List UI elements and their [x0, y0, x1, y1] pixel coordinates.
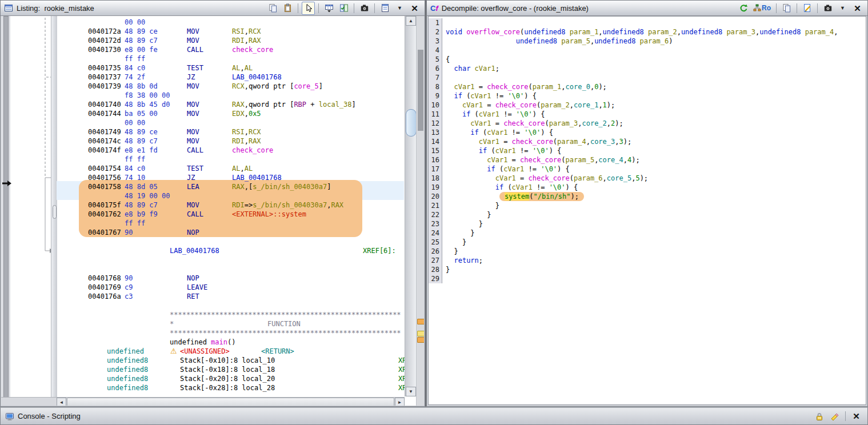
- listing-row[interactable]: 00401762e8 b9 f9CALL<EXTERNAL>::system: [1, 210, 424, 219]
- listing-row[interactable]: 0040174c48 89 c7MOVRDI,RAX: [1, 137, 424, 146]
- listing-row[interactable]: undefined main(): [1, 338, 424, 347]
- bookmark-marker[interactable]: [417, 319, 424, 324]
- listing-row[interactable]: ****************************************…: [1, 328, 424, 338]
- cursor-tool-button[interactable]: [302, 2, 315, 15]
- bookmark-marker[interactable]: [417, 331, 424, 336]
- panel-menu-dropdown[interactable]: ▼: [836, 2, 849, 15]
- bookmark-marker[interactable]: [417, 337, 424, 343]
- listing-row[interactable]: 0040172d48 89 c7MOVRDI,RAX: [1, 36, 424, 45]
- scroll-down-button[interactable]: ▼: [406, 387, 416, 396]
- source-line[interactable]: 9 if (cVar1 != '\0') {: [429, 91, 866, 101]
- console-window-titlebar[interactable]: Console - Scripting ✕: [0, 407, 868, 425]
- listing-row[interactable]: *FUNCTION: [1, 319, 424, 328]
- source-line[interactable]: 11 if (cVar1 != '\0') {: [429, 110, 866, 119]
- listing-row[interactable]: 0040175674 10JZLAB_00401768: [1, 173, 424, 182]
- listing-horizontal-scrollbar[interactable]: ◄ ►: [57, 397, 405, 406]
- listing-row[interactable]: 00 00: [1, 118, 424, 127]
- listing-row[interactable]: ff ff: [1, 155, 424, 164]
- source-line[interactable]: 18 cVar1 = check_core(param_6,core_5,5);: [429, 174, 866, 183]
- listing-row[interactable]: 0040175484 c0TESTAL,AL: [1, 164, 424, 173]
- source-line[interactable]: 23 }: [429, 219, 866, 228]
- listing-row[interactable]: LAB_00401768XREF[6]:: [1, 246, 424, 255]
- source-line[interactable]: 7: [429, 73, 866, 82]
- source-line[interactable]: 8 cVar1 = check_core(param_1,core_0,0);: [429, 82, 866, 91]
- panel-menu-dropdown[interactable]: ▼: [393, 2, 406, 15]
- listing-row[interactable]: ff ff: [1, 219, 424, 228]
- copy-button[interactable]: [780, 2, 793, 15]
- source-line[interactable]: 5{: [429, 55, 866, 64]
- snapshot-button[interactable]: [358, 2, 371, 15]
- listing-row[interactable]: 0040176790NOP: [1, 228, 424, 237]
- decompile-titlebar[interactable]: Cf Decompile: overflow_core - (rookie_mi…: [427, 1, 867, 16]
- source-line[interactable]: 25 }: [429, 238, 866, 247]
- source-line[interactable]: 12 cVar1 = check_core(param_3,core_2,2);: [429, 119, 866, 128]
- viewport-marker[interactable]: [418, 50, 423, 131]
- listing-row[interactable]: 48 19 00 00: [1, 191, 424, 201]
- listing-row[interactable]: 00401769c9LEAVE: [1, 283, 424, 292]
- source-line[interactable]: 19 if (cVar1 != '\0') {: [429, 183, 866, 192]
- listing-row[interactable]: 0040173584 c0TESTAL,AL: [1, 63, 424, 73]
- scroll-up-button[interactable]: ▲: [406, 16, 416, 26]
- source-line[interactable]: 26 }: [429, 247, 866, 256]
- listing-titlebar[interactable]: Listing: rookie_mistake ▼ ✕: [1, 1, 425, 16]
- diff-view-button[interactable]: [337, 2, 350, 15]
- source-line[interactable]: 10 cVar1 = check_core(param_2,core_1,1);: [429, 101, 866, 110]
- listing-row[interactable]: 0040174fe8 e1 fdCALLcheck_core: [1, 146, 424, 155]
- listing-row[interactable]: ****************************************…: [1, 310, 424, 319]
- listing-row[interactable]: 0040174048 8b 45 d0MOVRAX,qword ptr [RBP…: [1, 100, 424, 109]
- listing-row[interactable]: undefined8Stack[-0x20]:8 local_20XR: [1, 374, 424, 383]
- source-line[interactable]: 15 if (cVar1 != '\0') {: [429, 146, 866, 155]
- listing-row[interactable]: undefined8Stack[-0x18]:8 local_18XR: [1, 365, 424, 374]
- source-line[interactable]: 16 cVar1 = check_core(param_5,core_4,4);: [429, 155, 866, 165]
- source-line[interactable]: 17 if (cVar1 != '\0') {: [429, 165, 866, 174]
- listing-row[interactable]: 00 00: [1, 18, 424, 27]
- clear-console-button[interactable]: [828, 410, 841, 423]
- scroll-left-button[interactable]: ◄: [57, 398, 66, 406]
- source-line[interactable]: 2void overflow_core(undefined8 param_1,u…: [429, 27, 866, 37]
- copy-button[interactable]: [266, 2, 279, 15]
- listing-row[interactable]: f8 38 00 00: [1, 91, 424, 100]
- source-line[interactable]: 24 }: [429, 228, 866, 238]
- source-line[interactable]: 14 cVar1 = check_core(param_4,core_3,3);: [429, 137, 866, 146]
- listing-row[interactable]: undefined⚠<UNASSIGNED><RETURN>: [1, 347, 424, 356]
- snapshot-button[interactable]: [821, 2, 834, 15]
- source-line[interactable]: 21 }: [429, 201, 866, 210]
- listing-row[interactable]: 0040175f48 89 c7MOVRDI=>s_/bin/sh_004030…: [1, 201, 424, 210]
- listing-row[interactable]: 0040176ac3RET: [1, 292, 424, 301]
- listing-row[interactable]: 00401730e8 00 feCALLcheck_core: [1, 45, 424, 54]
- listing-row[interactable]: 0040173948 8b 0dMOVRCX,qword ptr [core_5…: [1, 82, 424, 91]
- source-line[interactable]: 27 return;: [429, 256, 866, 265]
- listing-vertical-scrollbar[interactable]: ▲ ▼: [405, 16, 416, 396]
- listing-row[interactable]: ff ff: [1, 54, 424, 63]
- source-line[interactable]: 28}: [429, 265, 866, 274]
- listing-row[interactable]: 0040174948 89 ceMOVRSI,RCX: [1, 127, 424, 137]
- graph-ro-button[interactable]: Ro: [751, 2, 773, 15]
- edit-button[interactable]: [801, 2, 814, 15]
- source-line[interactable]: 4: [429, 46, 866, 55]
- listing-row[interactable]: 0040173774 2fJZLAB_00401768: [1, 73, 424, 82]
- field-formatter-button[interactable]: [322, 2, 335, 15]
- close-listing-button[interactable]: ✕: [408, 2, 421, 15]
- listing-row[interactable]: 0040175848 8d 05LEARAX,[s_/bin/sh_004030…: [1, 182, 424, 191]
- listing-row[interactable]: 00401744ba 05 00MOVEDX,0x5: [1, 109, 424, 118]
- source-line[interactable]: 6 char cVar1;: [429, 64, 866, 73]
- close-decompile-button[interactable]: ✕: [851, 2, 864, 15]
- listing-row[interactable]: undefined8Stack[-0x10]:8 local_10XR: [1, 356, 424, 365]
- close-console-button[interactable]: ✕: [850, 410, 863, 423]
- source-line[interactable]: 1: [429, 18, 866, 27]
- lock-button[interactable]: [813, 410, 826, 423]
- source-line[interactable]: 20 system("/bin/sh");: [429, 192, 866, 201]
- paste-button[interactable]: [281, 2, 294, 15]
- listing-row[interactable]: 0040176890NOP: [1, 274, 424, 283]
- scroll-right-button[interactable]: ►: [395, 398, 405, 406]
- scrollbar-thumb[interactable]: [67, 398, 394, 406]
- source-line[interactable]: 29: [429, 274, 866, 283]
- toggle-panel-button[interactable]: [378, 2, 391, 15]
- source-line[interactable]: 22 }: [429, 210, 866, 219]
- listing-row[interactable]: undefined8Stack[-0x28]:8 local_28XR: [1, 383, 424, 392]
- listing-row[interactable]: 0040172a48 89 ceMOVRSI,RCX: [1, 27, 424, 36]
- source-line[interactable]: 3 undefined8 param_5,undefined8 param_6): [429, 37, 866, 46]
- source-line[interactable]: 13 if (cVar1 != '\0') {: [429, 128, 866, 137]
- scrollbar-thumb[interactable]: [406, 109, 417, 137]
- refresh-button[interactable]: [737, 2, 750, 15]
